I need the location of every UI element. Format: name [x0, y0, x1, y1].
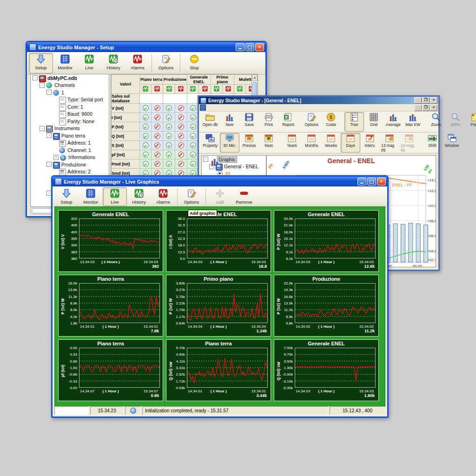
toolbar-button-average[interactable]: Average	[383, 112, 403, 132]
restore-button[interactable]: ❐	[422, 97, 430, 104]
toolbar-button-days[interactable]: Days	[341, 133, 360, 152]
toolbar-button-options[interactable]: Options	[154, 53, 178, 73]
toolbar-button-monitor[interactable]: Monitor	[79, 187, 103, 206]
tree-item-produzione[interactable]: -Produzione	[31, 161, 109, 168]
live-chart-2-generale-enel[interactable]: Generale ENELI (tot) A36.031.527.022.518…	[166, 210, 271, 272]
tree-item-baud-9600[interactable]: Baud: 9600	[31, 111, 109, 118]
enabled-toggle[interactable]	[163, 132, 175, 141]
restore-button[interactable]	[245, 43, 254, 51]
close-button[interactable]: ×	[377, 178, 386, 185]
minimize-button[interactable]: _	[414, 97, 422, 104]
enabled-toggle[interactable]	[140, 122, 152, 132]
tree-item-dbmypc-edb[interactable]: -dbMyPC.edb	[31, 74, 109, 82]
toolbar-button-new[interactable]: New	[220, 112, 239, 132]
collapse-icon[interactable]: -	[33, 75, 38, 80]
enabled-toggle[interactable]	[163, 122, 175, 132]
toolbar-button-setup[interactable]: Setup	[54, 187, 79, 206]
toolbar-button-grid[interactable]: Grid	[364, 112, 383, 132]
enabled-toggle[interactable]	[163, 104, 175, 113]
collapse-icon[interactable]: -	[203, 157, 208, 162]
toolbar-button-window[interactable]: Window	[442, 133, 462, 152]
enabled-toggle[interactable]	[163, 159, 175, 169]
minimize-button[interactable]	[236, 43, 245, 51]
live-chart-1-generale-enel[interactable]: Generale ENELV (tot) V410405400395390385…	[58, 210, 163, 272]
toolbar-button-history[interactable]: History	[101, 53, 126, 73]
restore-button[interactable]	[367, 178, 376, 185]
toolbar-button-live[interactable]: Live	[103, 187, 127, 206]
toolbar-button-live[interactable]: Live	[77, 53, 101, 73]
collapse-icon[interactable]: -	[40, 126, 45, 131]
alarm-toggle[interactable]	[152, 113, 163, 122]
enabled-toggle[interactable]	[187, 132, 198, 141]
scroll-up-arrow[interactable]: ▲	[252, 74, 258, 81]
toolbar-button-13-mag-05[interactable]: 13 mag 05	[380, 133, 399, 152]
enabled-toggle[interactable]	[163, 113, 175, 122]
toolbar-button-stop[interactable]: Stop	[182, 53, 206, 73]
live-chart-6-produzione[interactable]: ProduzioneP (tot) W22.0k19.3k16.6k13.9k1…	[274, 275, 379, 337]
minimize-button[interactable]	[357, 178, 366, 185]
tree-item-piano-terra[interactable]: -Piano terra	[31, 132, 109, 139]
alarm-toggle[interactable]	[175, 104, 187, 113]
enabled-toggle[interactable]	[187, 150, 198, 159]
live-chart-3-generale-enel[interactable]: Generale ENELP (tot) W24.0k21.0k18.0k15.…	[274, 210, 379, 272]
live-titlebar[interactable]: Energy Studio Manager - Live Graphics ×	[53, 177, 387, 186]
toolbar-button-save[interactable]: Save	[239, 112, 259, 132]
alarm-toggle[interactable]	[152, 141, 163, 150]
collapse-icon[interactable]: -	[40, 83, 45, 88]
enabled-toggle[interactable]	[187, 159, 198, 169]
setup-titlebar[interactable]: Energy Studio Manager - Setup ×	[27, 42, 265, 52]
tree-item-parity-none[interactable]: Parity: None	[31, 118, 109, 125]
enabled-toggle[interactable]	[187, 113, 198, 122]
enabled-toggle[interactable]	[140, 159, 152, 169]
toolbar-button-30-min-[interactable]: 30 Min.	[220, 133, 239, 152]
close-button[interactable]: ×	[255, 43, 264, 51]
toolbar-button-months[interactable]: Months	[302, 133, 321, 152]
toolbar-button-point[interactable]: Point	[465, 112, 476, 132]
alarm-toggle[interactable]	[175, 141, 187, 150]
enel-titlebar[interactable]: Energy Studio Manager - [General - ENEL]…	[199, 97, 438, 104]
alarm-toggle[interactable]	[152, 150, 163, 159]
tree-item-informations[interactable]: +iInformations	[31, 154, 109, 161]
live-chart-5-primo-piano[interactable]: Primo pianoP (tot) W3.80k3.27k2.75k2.22k…	[166, 275, 271, 337]
enabled-toggle[interactable]	[187, 122, 198, 132]
live-chart-8-piano-terra[interactable]: Piano terraQ (tot) var5.70k4.90k4.11k3.3…	[166, 339, 271, 401]
tree-item-channels[interactable]: -Channels	[31, 82, 109, 89]
tree-item-1[interactable]: -1	[31, 89, 109, 96]
enabled-toggle[interactable]	[187, 141, 198, 150]
save-cell[interactable]	[140, 94, 163, 104]
tree-item-address-1[interactable]: Address: 1	[31, 139, 109, 147]
live-chart-9-generale-enel[interactable]: Generale ENELQ (tot) var7.90k5.70k3.50k1…	[274, 339, 379, 401]
toolbar-button-interv-[interactable]: Interv.	[360, 133, 380, 152]
alarm-toggle[interactable]	[175, 122, 187, 132]
alarm-toggle[interactable]	[152, 159, 163, 169]
toolbar-button-years[interactable]: Years	[282, 133, 302, 152]
close-button[interactable]: ×	[430, 97, 437, 104]
enabled-toggle[interactable]	[140, 132, 152, 141]
toolbar-button-weeks[interactable]: Weeks	[321, 133, 341, 152]
enabled-toggle[interactable]	[163, 141, 175, 150]
alarm-toggle[interactable]	[175, 150, 187, 159]
alarm-toggle[interactable]	[152, 104, 163, 113]
tree-item-com-1[interactable]: Com: 1	[31, 103, 109, 111]
toolbar-button-setup[interactable]: Setup	[29, 53, 53, 73]
alarm-toggle[interactable]	[152, 132, 163, 141]
toolbar-button-history[interactable]: History	[127, 187, 151, 206]
graphic-root-node[interactable]: -Graphic	[202, 156, 266, 163]
toolbar-button-previus[interactable]: Previus	[239, 133, 259, 152]
enabled-toggle[interactable]	[140, 113, 152, 122]
toolbar-button-tree[interactable]: Tree	[344, 112, 364, 132]
live-chart-4-piano-terra[interactable]: Piano terraP (tot) W16.0k13.6k11.3k8.9k6…	[58, 275, 163, 337]
enabled-toggle[interactable]	[140, 104, 152, 113]
alarm-toggle[interactable]	[175, 159, 187, 169]
toolbar-button-max-kw[interactable]: Max KW	[403, 112, 423, 132]
tree-item-address-2[interactable]: Address: 2	[31, 168, 109, 176]
toolbar-button-property[interactable]: Property	[200, 133, 220, 152]
toolbar-button-remove[interactable]: Remove	[232, 187, 256, 206]
expand-icon[interactable]: +	[53, 155, 59, 160]
mdi-minimize-button[interactable]: _	[414, 105, 422, 111]
toolbar-button-open-db[interactable]: Open db	[200, 112, 220, 132]
toolbar-button-next[interactable]: Next	[259, 133, 278, 152]
save-cell[interactable]	[163, 94, 187, 104]
toolbar-button-report[interactable]: Report	[278, 112, 298, 132]
mdi-close-button[interactable]: ×	[430, 105, 437, 111]
